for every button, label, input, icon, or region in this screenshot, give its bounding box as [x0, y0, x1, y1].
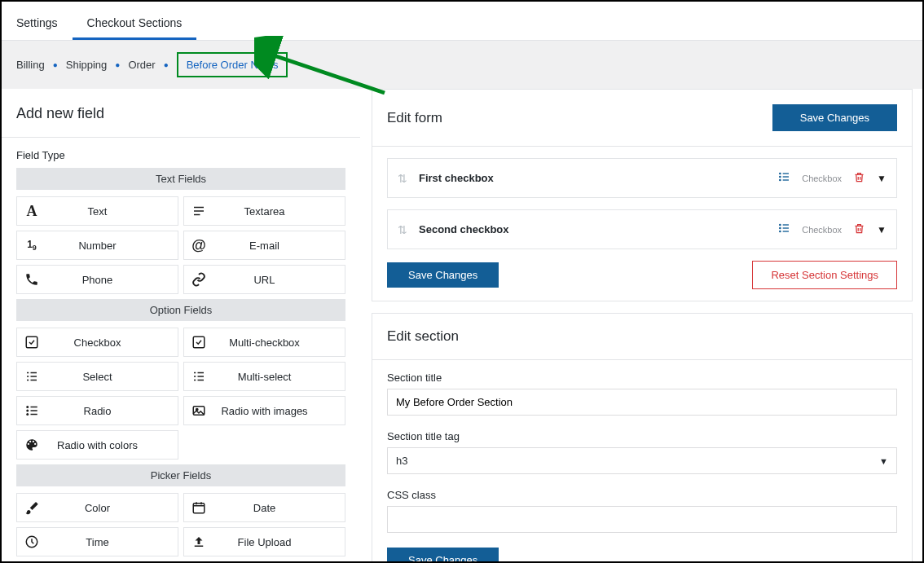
edit-section-panel: Edit section Section title Section title…	[372, 313, 913, 563]
reset-section-settings-button[interactable]: Reset Section Settings	[752, 261, 897, 289]
tab-checkout-sections[interactable]: Checkout Sections	[73, 8, 197, 40]
radio-icon	[17, 403, 46, 418]
list-icon	[777, 222, 790, 237]
calendar-icon	[184, 500, 213, 515]
field-type-textarea[interactable]: Textarea	[183, 196, 345, 226]
text-icon: A	[17, 203, 46, 220]
breadcrumb-billing[interactable]: Billing	[16, 59, 45, 71]
field-type-badge: Checkbox	[802, 225, 842, 235]
svg-point-25	[779, 224, 781, 227]
field-type-radio[interactable]: Radio	[16, 396, 178, 425]
field-type-color[interactable]: Color	[16, 493, 178, 522]
svg-rect-20	[783, 173, 789, 174]
clock-icon	[17, 534, 46, 549]
field-type-phone[interactable]: Phone	[16, 265, 178, 294]
textarea-icon	[184, 204, 213, 218]
edit-section-title: Edit section	[387, 328, 459, 345]
checkbox-icon	[17, 335, 46, 350]
add-new-field-panel: Add new field Field Type Text Fields ATe…	[2, 89, 360, 563]
field-type-number[interactable]: 19Number	[16, 231, 178, 260]
field-name: First checkbox	[419, 172, 777, 184]
css-class-label: CSS class	[387, 489, 897, 501]
tab-settings[interactable]: Settings	[2, 8, 73, 40]
svg-rect-22	[783, 176, 789, 177]
field-type-text[interactable]: AText	[16, 196, 178, 226]
save-section-button[interactable]: Save Changes	[387, 548, 499, 563]
chevron-down-icon: ▼	[879, 456, 888, 466]
breadcrumb-shipping[interactable]: Shipping	[66, 59, 108, 71]
at-icon: @	[184, 237, 213, 254]
field-row[interactable]: ⇅Second checkboxCheckbox▼	[387, 209, 897, 249]
field-type-multi-checkbox[interactable]: Multi-checkbox	[183, 328, 345, 357]
section-tag-label: Section title tag	[387, 430, 897, 442]
field-type-radio-colors[interactable]: Radio with colors	[16, 430, 178, 460]
svg-point-27	[779, 227, 781, 230]
field-type-file-upload[interactable]: File Upload	[183, 527, 345, 556]
section-tag-value: h3	[396, 455, 407, 467]
list-icon	[777, 170, 790, 186]
svg-point-29	[779, 231, 781, 233]
drag-handle-icon[interactable]: ⇅	[398, 223, 407, 236]
group-option-fields: Option Fields	[16, 299, 345, 321]
field-type-select[interactable]: Select	[16, 362, 178, 391]
section-title-label: Section title	[387, 372, 897, 384]
svg-point-21	[779, 176, 781, 178]
svg-rect-7	[31, 407, 37, 408]
field-type-label: Field Type	[2, 138, 360, 168]
field-type-checkbox[interactable]: Checkbox	[16, 328, 178, 357]
field-type-email[interactable]: @E-mail	[183, 231, 345, 260]
svg-point-8	[26, 410, 29, 412]
breadcrumb: Billing ● Shipping ● Order ● Before Orde…	[2, 41, 922, 89]
field-type-url[interactable]: URL	[183, 265, 345, 294]
separator-dot: ●	[115, 60, 120, 69]
link-icon	[184, 272, 213, 287]
main-tabs: Settings Checkout Sections	[2, 2, 922, 41]
image-icon	[184, 403, 213, 418]
svg-rect-14	[193, 504, 205, 513]
field-type-multi-select[interactable]: Multi-select	[183, 362, 345, 391]
svg-point-19	[779, 173, 781, 175]
palette-icon	[17, 438, 46, 452]
separator-dot: ●	[53, 60, 58, 69]
svg-rect-5	[193, 336, 205, 348]
brush-icon	[17, 500, 46, 515]
multi-select-icon	[184, 369, 213, 384]
trash-icon[interactable]	[853, 171, 865, 186]
section-tag-select[interactable]: h3 ▼	[387, 447, 897, 474]
svg-rect-4	[26, 336, 37, 348]
add-new-field-title: Add new field	[2, 89, 360, 138]
svg-point-6	[26, 406, 29, 408]
svg-rect-28	[783, 227, 789, 228]
chevron-down-icon[interactable]: ▼	[877, 224, 887, 235]
svg-point-23	[779, 179, 781, 182]
field-type-time[interactable]: Time	[16, 527, 178, 556]
save-changes-button[interactable]: Save Changes	[387, 262, 499, 288]
edit-form-panel: Edit form Save Changes ⇅First checkboxCh…	[372, 89, 913, 301]
section-title-input[interactable]	[387, 389, 897, 416]
svg-rect-24	[783, 179, 789, 180]
multi-checkbox-icon	[184, 335, 213, 350]
drag-handle-icon[interactable]: ⇅	[398, 172, 407, 185]
group-picker-fields: Picker Fields	[16, 464, 345, 486]
field-type-date[interactable]: Date	[183, 493, 345, 522]
trash-icon[interactable]	[853, 222, 865, 237]
number-icon: 19	[17, 239, 46, 252]
field-name: Second checkbox	[419, 223, 777, 235]
phone-icon	[17, 272, 46, 287]
breadcrumb-order[interactable]: Order	[128, 59, 155, 71]
breadcrumb-before-order-notes[interactable]: Before Order Notes	[177, 52, 288, 77]
field-type-radio-images[interactable]: Radio with images	[183, 396, 345, 425]
field-type-badge: Checkbox	[802, 174, 842, 183]
edit-form-title: Edit form	[387, 110, 442, 126]
separator-dot: ●	[164, 60, 169, 69]
svg-rect-26	[783, 224, 789, 225]
select-icon	[17, 369, 46, 384]
chevron-down-icon[interactable]: ▼	[877, 173, 887, 184]
css-class-input[interactable]	[387, 506, 897, 533]
svg-rect-9	[31, 410, 37, 411]
save-changes-top-button[interactable]: Save Changes	[772, 104, 897, 131]
group-text-fields: Text Fields	[16, 168, 345, 190]
svg-point-10	[26, 413, 29, 416]
svg-rect-30	[783, 231, 789, 231]
field-row[interactable]: ⇅First checkboxCheckbox▼	[387, 158, 897, 198]
